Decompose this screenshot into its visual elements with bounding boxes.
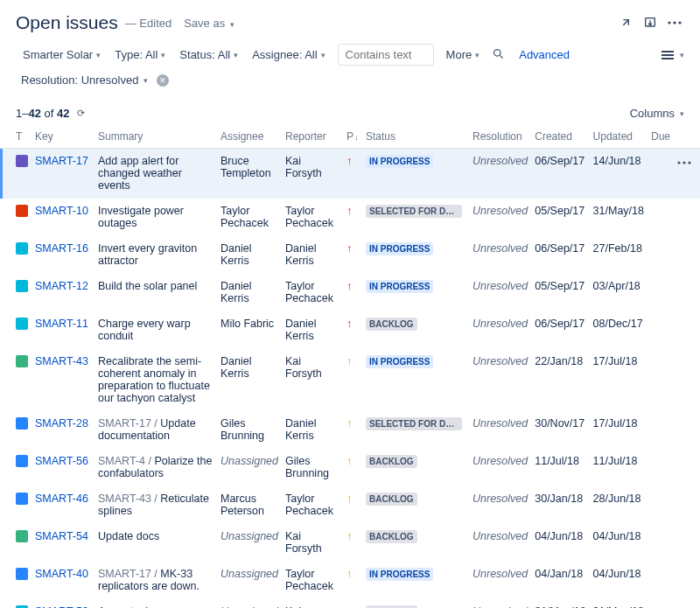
issue-key-link[interactable]: SMART-46 [35,493,88,505]
col-summary[interactable]: Summary [94,125,217,149]
type-filter[interactable]: Type: All▾ [108,45,172,65]
more-filter[interactable]: More▾ [439,45,487,65]
assignee-filter[interactable]: Assignee: All▾ [245,45,332,65]
status-badge: IN PROGRESS [366,155,433,168]
refresh-icon[interactable]: ⟳ [77,108,85,119]
reporter-cell: Daniel Kerris [282,411,343,449]
issue-summary[interactable]: A new task [94,599,217,609]
issue-summary[interactable]: Update docs [94,524,217,562]
row-actions[interactable] [674,599,700,609]
more-icon[interactable] [665,13,684,32]
created-cell: 11/Jul/18 [531,449,589,486]
status-badge: SELECTED FOR DE… [366,417,462,430]
issue-key-link[interactable]: SMART-43 [35,355,88,367]
table-row[interactable]: SMART-53A new taskUnassignedKai Forsyth↑… [0,599,700,609]
created-cell: 04/Jan/18 [531,562,589,599]
search-input[interactable] [338,44,434,66]
col-due[interactable]: Due [648,125,674,149]
issue-summary[interactable]: SMART-17 / Update documentation [94,411,217,449]
issue-summary[interactable]: Build the solar panel [94,274,217,311]
issue-key-link[interactable]: SMART-11 [35,318,88,330]
columns-button[interactable]: Columns▾ [630,107,684,120]
issue-summary[interactable]: Invert every graviton attractor [94,236,217,274]
row-actions[interactable] [674,236,700,274]
svg-point-1 [668,21,670,24]
issue-key-link[interactable]: SMART-40 [35,568,88,580]
table-row[interactable]: SMART-56SMART-4 / Polarize the confabula… [0,449,700,486]
issue-key-link[interactable]: SMART-56 [35,455,88,467]
issue-summary[interactable]: SMART-4 / Polarize the confabulators [94,449,217,486]
row-actions[interactable] [674,349,700,411]
row-actions[interactable] [674,524,700,562]
col-type[interactable]: T [0,125,32,149]
row-actions[interactable] [674,149,700,199]
issue-summary[interactable]: Investigate power outages [94,199,217,236]
issue-key-link[interactable]: SMART-17 [35,155,88,167]
row-actions[interactable] [674,562,700,599]
priority-icon: ↑ [346,530,352,542]
table-row[interactable]: SMART-43Recalibrate the semi-coherent an… [0,349,700,411]
issue-summary[interactable]: SMART-17 / MK-33 replicators are down. [94,562,217,599]
search-icon[interactable] [492,47,505,63]
col-priority[interactable]: P↓ [343,125,362,149]
assignee-cell: Unassigned [217,449,282,486]
due-cell [648,311,674,349]
issue-key-link[interactable]: SMART-10 [35,205,88,217]
issue-summary[interactable]: Add app alert for changed weather events [94,149,217,199]
col-assignee[interactable]: Assignee [217,125,282,149]
issue-key-link[interactable]: SMART-28 [35,417,88,430]
row-actions[interactable] [674,274,700,311]
table-row[interactable]: SMART-12Build the solar panelDaniel Kerr… [0,274,700,311]
row-actions[interactable] [674,449,700,486]
reporter-cell: Kai Forsyth [282,349,343,411]
resolution-cell: Unresolved [469,349,531,411]
table-row[interactable]: SMART-46SMART-43 / Reticulate splinesMar… [0,486,700,524]
table-row[interactable]: SMART-17Add app alert for changed weathe… [0,149,700,199]
updated-cell: 08/Dec/17 [590,311,648,349]
row-actions[interactable] [674,199,700,236]
chevron-down-icon: ▾ [230,20,234,29]
table-row[interactable]: SMART-54Update docsUnassignedKai Forsyth… [0,524,700,562]
issues-table: T Key Summary Assignee Reporter P↓ Statu… [0,125,700,608]
priority-icon: ↑ [346,568,352,580]
issue-summary[interactable]: Recalibrate the semi-coherent anomaly in… [94,349,217,411]
export-icon[interactable] [640,13,660,32]
col-status[interactable]: Status [362,125,469,149]
remove-filter-icon[interactable]: ✕ [157,74,169,87]
reporter-cell: Kai Forsyth [282,599,343,609]
table-row[interactable]: SMART-28SMART-17 / Update documentationG… [0,411,700,449]
due-cell [648,236,674,274]
col-updated[interactable]: Updated [590,125,648,149]
issue-key-link[interactable]: SMART-16 [35,242,88,255]
col-reporter[interactable]: Reporter [282,125,343,149]
table-row[interactable]: SMART-11Charge every warp conduitMilo Fa… [0,311,700,349]
issue-summary[interactable]: SMART-43 / Reticulate splines [94,486,217,524]
more-icon [677,161,691,164]
share-icon[interactable] [616,13,635,32]
created-cell: 05/Sep/17 [531,274,589,311]
issue-key-link[interactable]: SMART-54 [35,530,88,542]
created-cell: 06/Sep/17 [531,236,589,274]
row-actions[interactable] [674,311,700,349]
created-cell: 05/Sep/17 [531,199,589,236]
issue-summary[interactable]: Charge every warp conduit [94,311,217,349]
table-row[interactable]: SMART-16Invert every graviton attractorD… [0,236,700,274]
col-created[interactable]: Created [531,125,589,149]
edited-label: — Edited [125,17,172,30]
row-actions[interactable] [674,486,700,524]
created-cell: 06/Sep/17 [531,149,589,199]
resolution-cell: Unresolved [469,524,531,562]
advanced-link[interactable]: Advanced [519,48,570,61]
save-as-button[interactable]: Save as▾ [184,17,234,30]
issue-type-icon [16,568,28,580]
issue-key-link[interactable]: SMART-12 [35,280,88,292]
col-resolution[interactable]: Resolution [469,125,531,149]
table-row[interactable]: SMART-40SMART-17 / MK-33 replicators are… [0,562,700,599]
resolution-filter[interactable]: Resolution: Unresolved▾ [16,71,153,89]
col-key[interactable]: Key [32,125,94,149]
view-switcher[interactable]: ▾ [661,50,684,60]
status-filter[interactable]: Status: All▾ [172,45,245,65]
table-row[interactable]: SMART-10Investigate power outagesTaylor … [0,199,700,236]
row-actions[interactable] [674,411,700,449]
project-filter[interactable]: Smarter Solar▾ [16,45,108,65]
